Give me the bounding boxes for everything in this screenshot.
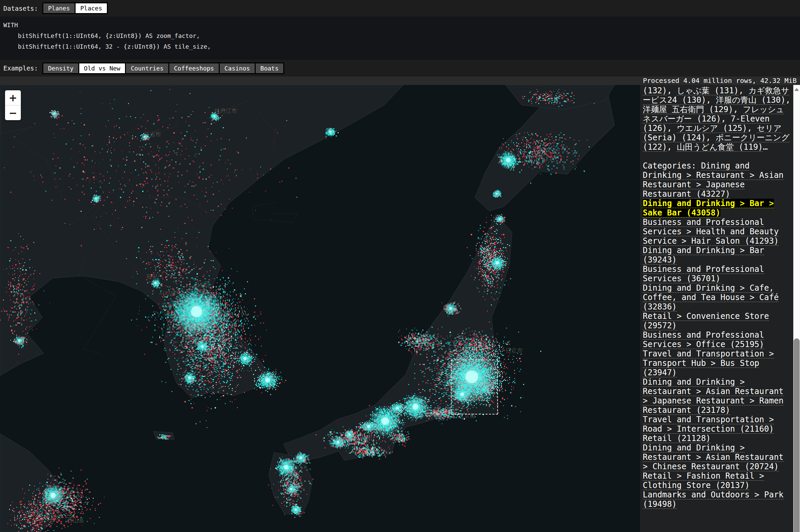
example-button-coffeeshops[interactable]: Coffeeshops: [168, 62, 220, 74]
dataset-button-places[interactable]: Places: [75, 2, 108, 14]
dataset-button-planes[interactable]: Planes: [42, 2, 76, 14]
categories-label: Categories:: [643, 161, 701, 171]
brand-link[interactable]: しゃぶ葉 (131): [677, 86, 739, 95]
brand-link[interactable]: ウエルシア (125): [677, 124, 747, 133]
category-list: Categories: Dining and Drinking > Restau…: [643, 161, 790, 509]
example-button-casinos[interactable]: Casinos: [219, 62, 256, 74]
category-link[interactable]: Travel and Transportation > Transport Hu…: [643, 349, 774, 377]
scrollbar-thumb[interactable]: [794, 338, 800, 532]
category-link[interactable]: Dining and Drinking > Restaurant > Asian…: [643, 377, 784, 415]
brand-link[interactable]: (132): [643, 86, 667, 95]
example-button-old-vs-new[interactable]: Old vs New: [78, 62, 126, 74]
scrollbar-up-arrow[interactable]: [794, 88, 799, 91]
datasets-label: Datasets:: [3, 5, 38, 12]
map-container: + −: [0, 85, 640, 532]
map-zoom-out-button[interactable]: −: [5, 106, 21, 120]
category-link[interactable]: Dining and Drinking > Bar (39243): [643, 246, 764, 265]
category-link[interactable]: Retail (21128): [643, 434, 711, 443]
app-root: { "datasets_bar": { "label": "Datasets:"…: [0, 0, 800, 532]
category-link[interactable]: Dining and Drinking > Cafe, Coffee, and …: [643, 283, 779, 311]
map-zoom-in-button[interactable]: +: [5, 90, 21, 106]
map-zoom-control: + −: [5, 90, 21, 120]
category-link[interactable]: Business and Professional Services (3670…: [643, 265, 764, 283]
example-button-boats[interactable]: Boats: [255, 62, 284, 74]
category-link[interactable]: Dining and Drinking > Restaurant > Asian…: [643, 443, 784, 471]
selection-rectangle: [451, 360, 498, 415]
results-sidebar: (132), しゃぶ葉 (131), カギ救急サービス24 (130), 洋服の…: [640, 85, 793, 532]
example-button-density[interactable]: Density: [42, 62, 79, 74]
page-scrollbar[interactable]: [793, 85, 800, 532]
brand-link[interactable]: 洋服の青山 (130): [716, 95, 785, 105]
category-link[interactable]: Landmarks and Outdoors > Park (19498): [643, 490, 784, 509]
category-link[interactable]: Retail > Convenience Store (29572): [643, 311, 769, 330]
examples-button-group: Density Old vs New Countries Coffeeshops…: [43, 62, 284, 74]
map-canvas[interactable]: [0, 85, 640, 532]
datasets-bar: Datasets: Planes Places: [0, 0, 800, 16]
brand-link[interactable]: 山田うどん食堂 (119): [677, 142, 763, 152]
brand-list: (132), しゃぶ葉 (131), カギ救急サービス24 (130), 洋服の…: [643, 86, 790, 152]
examples-label: Examples:: [3, 64, 38, 72]
example-button-countries[interactable]: Countries: [125, 62, 169, 74]
brand-link[interactable]: 洋麺屋 五右衛門 (129): [643, 105, 733, 114]
examples-bar: Examples: Density Old vs New Countries C…: [0, 60, 800, 77]
sql-editor[interactable]: WITH bitShiftLeft(1::UInt64, {z:UInt8}) …: [0, 16, 800, 60]
category-link-selected[interactable]: Dining and Drinking > Bar > Sake Bar (43…: [643, 199, 774, 217]
processed-status: Processed 4.04 million rows, 42.32 MiB: [0, 77, 800, 85]
category-link[interactable]: Business and Professional Services > Off…: [643, 330, 764, 349]
datasets-button-group: Planes Places: [43, 2, 108, 14]
category-link[interactable]: Retail > Fashion Retail > Clothing Store…: [643, 471, 764, 490]
category-link[interactable]: Business and Professional Services > Hea…: [643, 217, 779, 246]
category-link[interactable]: Travel and Transportation > Road > Inter…: [643, 415, 774, 434]
